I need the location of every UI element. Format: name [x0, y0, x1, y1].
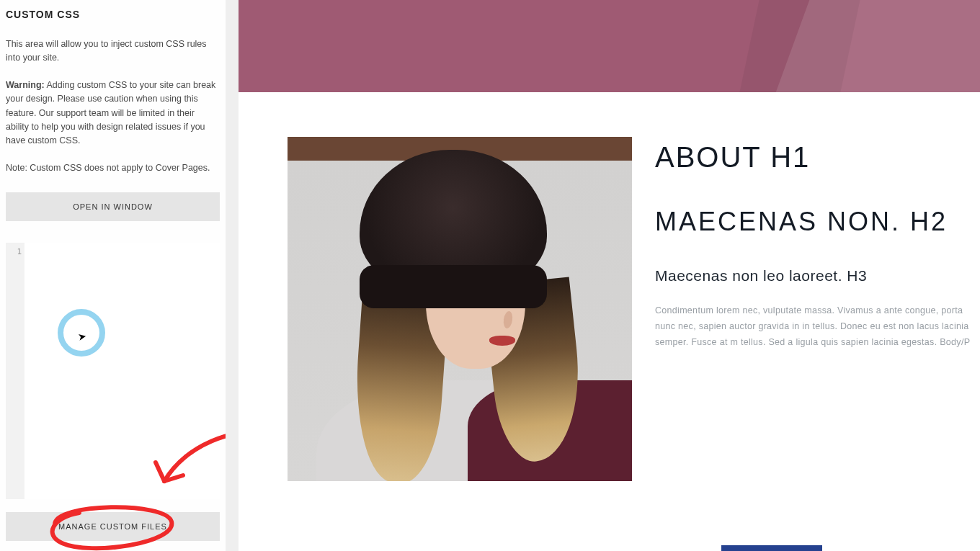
custom-css-panel: CUSTOM CSS This area will allow you to i…	[0, 0, 226, 551]
about-h3: Maecenas non leo laoreet. H3	[655, 267, 980, 285]
panel-warning-text: Warning: Adding custom CSS to your site …	[6, 79, 220, 148]
cursor-pointer-icon: ➤	[77, 330, 88, 343]
about-photo	[288, 137, 632, 481]
about-h1: ABOUT H1	[655, 141, 980, 174]
warning-label: Warning:	[6, 80, 45, 90]
panel-title: CUSTOM CSS	[6, 9, 220, 20]
editor-line-number: 1	[6, 247, 22, 256]
panel-note-text: Note: Custom CSS does not apply to Cover…	[6, 161, 220, 175]
preview-gutter	[226, 0, 239, 551]
cursor-highlight-icon	[58, 309, 105, 357]
about-text-column: ABOUT H1 MAECENAS NON. H2 Maecenas non l…	[632, 137, 980, 481]
about-body-text: Condimentum lorem nec, vulputate massa. …	[655, 303, 980, 351]
hero-banner	[239, 0, 980, 92]
bottom-accent-bar	[721, 545, 822, 551]
app-root: CUSTOM CSS This area will allow you to i…	[0, 0, 980, 551]
preview-canvas[interactable]: ABOUT H1 MAECENAS NON. H2 Maecenas non l…	[239, 0, 980, 551]
editor-code-area[interactable]: ➤	[24, 243, 220, 499]
open-in-window-button[interactable]: OPEN IN WINDOW	[6, 192, 220, 221]
manage-custom-files-button[interactable]: MANAGE CUSTOM FILES	[6, 512, 220, 541]
css-code-editor[interactable]: 1 ➤	[6, 243, 220, 499]
about-h2: MAECENAS NON. H2	[655, 207, 980, 237]
editor-gutter: 1	[6, 243, 24, 499]
about-section: ABOUT H1 MAECENAS NON. H2 Maecenas non l…	[239, 92, 980, 524]
site-preview: ABOUT H1 MAECENAS NON. H2 Maecenas non l…	[226, 0, 980, 551]
panel-intro-text: This area will allow you to inject custo…	[6, 37, 220, 66]
